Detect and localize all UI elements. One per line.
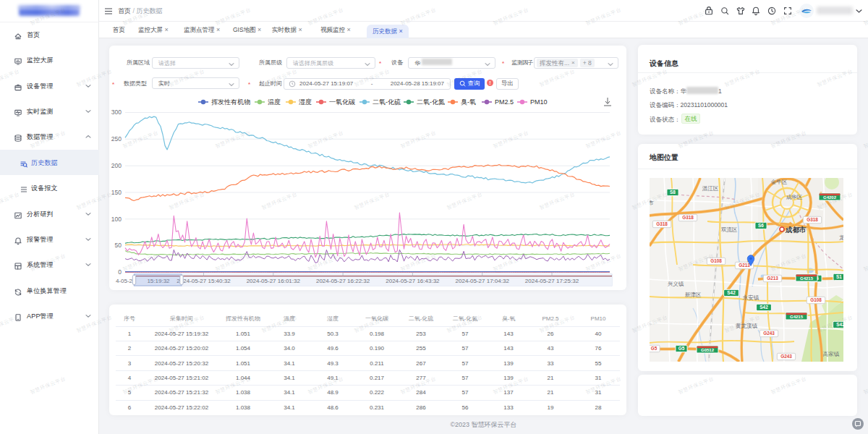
svg-text:金牛区: 金牛区 xyxy=(771,179,788,185)
svg-text:G318: G318 xyxy=(656,221,668,226)
svg-text:永安镇: 永安镇 xyxy=(742,294,760,301)
svg-text:龙: 龙 xyxy=(839,234,843,241)
svg-text:2024-05-27 17:25:32: 2024-05-27 17:25:32 xyxy=(525,278,579,284)
svg-text:G213: G213 xyxy=(767,276,778,281)
svg-text:PM2.5: PM2.5 xyxy=(495,98,514,106)
svg-text:PM10: PM10 xyxy=(530,98,548,106)
svg-text:100: 100 xyxy=(111,216,122,223)
svg-text:S6: S6 xyxy=(758,223,764,228)
svg-text:G243: G243 xyxy=(763,331,775,336)
svg-text:2024-05-27 17:04:32: 2024-05-27 17:04:32 xyxy=(456,278,510,284)
svg-text:S42: S42 xyxy=(760,305,768,310)
svg-text:4-05-2: 4-05-2 xyxy=(116,278,133,284)
svg-text:G0512: G0512 xyxy=(701,348,715,352)
svg-text:市: 市 xyxy=(650,200,654,206)
svg-text:G4202: G4202 xyxy=(823,195,837,200)
svg-text:G318: G318 xyxy=(682,215,694,220)
svg-text:一氧化碳: 一氧化碳 xyxy=(329,98,355,106)
svg-text:S1: S1 xyxy=(836,274,842,279)
svg-text:50: 50 xyxy=(115,242,122,249)
svg-text:湿度: 湿度 xyxy=(299,98,312,106)
svg-text:高家镇: 高家镇 xyxy=(823,351,840,357)
svg-text:200: 200 xyxy=(111,162,122,169)
svg-text:0: 0 xyxy=(118,268,122,276)
svg-text:S42: S42 xyxy=(836,322,843,327)
svg-text:G5: G5 xyxy=(678,346,685,351)
svg-text:250: 250 xyxy=(111,135,122,142)
svg-text:双流区: 双流区 xyxy=(721,226,738,233)
svg-text:温度: 温度 xyxy=(268,98,281,106)
svg-text:2024-05-27 16:01:32: 2024-05-27 16:01:32 xyxy=(247,278,301,284)
svg-text:温江区: 温江区 xyxy=(702,185,719,192)
svg-text:G108: G108 xyxy=(810,297,822,302)
svg-text:二氧-化硫: 二氧-化硫 xyxy=(373,98,401,106)
svg-text:兴义镇: 兴义镇 xyxy=(668,281,684,287)
svg-text:黄龙溪镇: 黄龙溪镇 xyxy=(736,323,758,329)
svg-text:S8: S8 xyxy=(670,190,676,195)
svg-text:2024-05-27 15:40:32: 2024-05-27 15:40:32 xyxy=(176,278,231,284)
svg-text:G4215: G4215 xyxy=(800,276,814,281)
svg-text:2024-05-27 16:22:32: 2024-05-27 16:22:32 xyxy=(316,278,370,284)
svg-text:G213: G213 xyxy=(739,263,750,268)
svg-text:2024-05-27 16:43:32: 2024-05-27 16:43:32 xyxy=(386,278,440,284)
svg-text:成都市: 成都市 xyxy=(785,226,807,234)
svg-text:S42: S42 xyxy=(727,290,736,295)
svg-text:G108: G108 xyxy=(710,258,722,263)
svg-text:300: 300 xyxy=(111,109,122,116)
svg-text:G243: G243 xyxy=(780,354,792,359)
svg-text:G4215: G4215 xyxy=(790,315,804,319)
svg-text:150: 150 xyxy=(111,189,122,196)
svg-text:G5: G5 xyxy=(651,346,658,351)
svg-text:G318: G318 xyxy=(807,217,818,222)
svg-text:新津区: 新津区 xyxy=(685,292,702,298)
svg-text:臭-氧: 臭-氧 xyxy=(461,98,476,106)
svg-text:成华区: 成华区 xyxy=(786,194,803,200)
svg-text:二氧-化氮: 二氧-化氮 xyxy=(417,98,445,106)
svg-text:挥发性有机物: 挥发性有机物 xyxy=(211,98,250,106)
